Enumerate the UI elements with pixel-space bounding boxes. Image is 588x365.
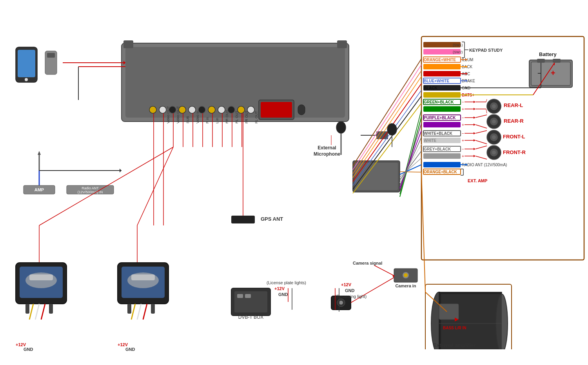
svg-rect-0 [122,43,349,122]
svg-line-217 [400,137,421,185]
svg-rect-180 [423,169,461,174]
svg-text:FL OUT: FL OUT [254,111,258,123]
svg-line-271 [374,265,394,276]
svg-rect-47 [47,53,55,58]
svg-line-221 [400,165,421,174]
svg-rect-2 [123,40,133,48]
svg-marker-136 [474,123,475,126]
svg-text:REAR-L: REAR-L [504,102,523,108]
svg-text:BRAKE: BRAKE [462,79,475,83]
svg-text:FRONT-R: FRONT-R [503,149,526,155]
svg-line-220 [400,158,421,177]
svg-point-6 [169,106,176,113]
svg-text:SUB: SUB [186,116,190,123]
svg-text:Brown: Brown [424,43,436,47]
svg-text:BLACK: BLACK [424,86,438,90]
svg-text:AMP: AMP [34,187,44,192]
svg-text:ORANGE: ORANGE [424,65,441,69]
svg-line-234 [41,304,45,320]
svg-text:+: + [551,69,555,77]
svg-line-173 [475,146,487,149]
svg-text:GREY+BLACK: GREY+BLACK [424,147,451,151]
svg-point-122 [492,104,496,108]
svg-rect-53 [24,185,55,194]
gnd-license: GND [278,292,288,297]
svg-line-209 [353,84,421,182]
svg-text:(12V/500mA) IN: (12V/500mA) IN [78,190,103,194]
svg-rect-16 [261,102,292,118]
plus12v-reversing: +12V [341,282,351,287]
svg-rect-3 [337,40,347,48]
svg-point-140 [492,120,496,123]
svg-marker-117 [474,108,475,110]
svg-text:+: + [462,154,464,158]
svg-text:RL OUT: RL OUT [235,111,239,123]
svg-marker-97 [466,80,468,82]
svg-text:Video in: Video in [196,111,200,123]
svg-marker-152 [474,139,475,142]
svg-rect-83 [423,64,461,69]
svg-rect-159 [423,146,461,152]
external-microphone-label: ExternalMicrophone [314,145,340,157]
svg-rect-15 [259,100,294,120]
svg-text:GREEN+BLACK: GREEN+BLACK [424,100,454,104]
svg-line-141 [475,115,487,118]
svg-rect-164 [423,153,461,159]
svg-text:+: + [462,107,464,111]
svg-marker-163 [474,148,475,150]
svg-text:−: − [462,147,464,151]
svg-text:Video OUT: Video OUT [176,106,180,123]
svg-text:FRONT-L: FRONT-L [503,134,525,140]
svg-rect-46 [45,51,57,74]
svg-rect-186 [529,60,572,87]
page-title [0,0,588,6]
reversing-light-label: (Reversing light) [335,294,367,299]
svg-rect-108 [423,99,461,105]
svg-text:+: + [462,123,464,127]
svg-point-7 [179,106,186,113]
svg-rect-148 [423,138,461,143]
svg-rect-78 [423,57,461,62]
plus12v-license: +12V [274,286,285,291]
svg-point-155 [490,133,498,141]
svg-line-64 [137,147,173,225]
svg-text:FR OUT: FR OUT [245,110,249,123]
svg-text:Battery: Battery [539,51,557,57]
svg-text:PURPLE+BLACK: PURPLE+BLACK [424,116,456,120]
svg-rect-203 [353,161,400,192]
svg-text:GPS ANT: GPS ANT [261,216,283,222]
svg-text:REAR-R: REAR-R [504,118,524,124]
svg-line-212 [353,103,421,193]
svg-text:GREEN: GREEN [424,107,438,111]
svg-rect-229 [29,274,53,280]
svg-rect-143 [423,131,461,136]
svg-rect-245 [234,291,267,312]
svg-text:WHITE+BLACK: WHITE+BLACK [424,131,453,136]
svg-text:EXT. AMP: EXT. AMP [468,178,487,183]
svg-point-228 [25,272,57,288]
svg-rect-17 [298,105,305,115]
svg-text:Radio ANT: Radio ANT [82,186,99,190]
svg-line-243 [143,304,147,320]
svg-text:RADIO ANT (12V/500mA): RADIO ANT (12V/500mA) [462,163,507,167]
svg-text:R in: R in [205,117,209,123]
svg-point-198 [336,122,346,133]
svg-rect-188 [537,59,545,63]
svg-point-251 [339,301,343,305]
svg-rect-259 [439,304,459,320]
svg-text:(SW2): (SW2) [453,50,463,54]
svg-text:BASS L/R IN: BASS L/R IN [443,326,466,330]
svg-line-174 [475,156,487,159]
svg-text:ORANGE+BLACK: ORANGE+BLACK [424,170,457,174]
svg-point-9 [198,106,205,113]
svg-rect-43 [16,47,37,82]
svg-line-208 [353,76,421,178]
svg-rect-239 [127,304,131,314]
svg-line-126 [486,109,487,113]
svg-point-14 [247,106,254,113]
svg-rect-39 [231,216,255,223]
svg-marker-147 [474,132,475,134]
svg-text:WHITE: WHITE [424,138,437,143]
svg-point-237 [127,272,159,288]
svg-line-216 [400,131,421,188]
